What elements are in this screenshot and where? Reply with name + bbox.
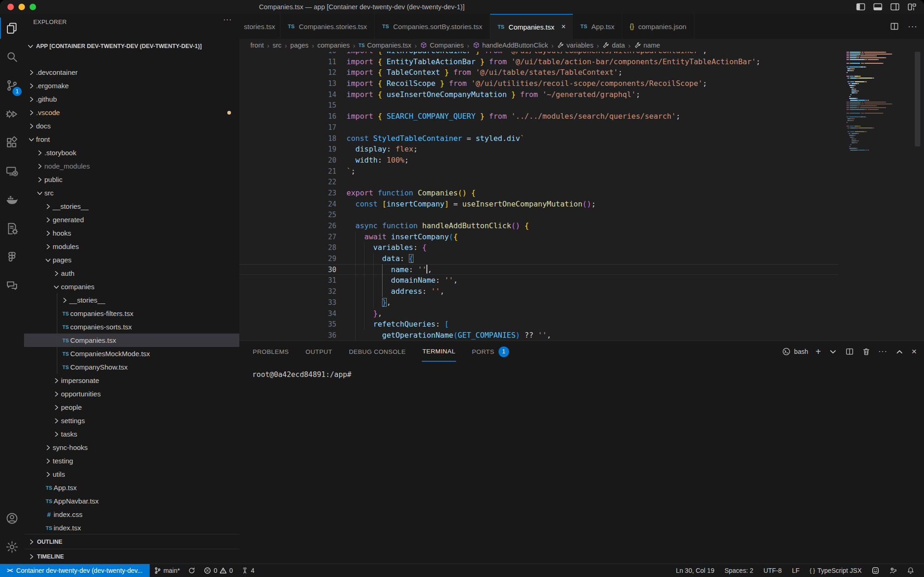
breadcrumb-pages[interactable]: pages [290,42,309,49]
code-line-15[interactable]: 15 [239,100,838,111]
terminal-prompt[interactable]: root@0a42ecd84891:/app# [252,370,352,379]
language-mode[interactable]: { }TypeScript JSX [804,564,867,577]
cursor-position[interactable]: Ln 30, Col 19 [671,564,719,577]
tab-App.tsx[interactable]: TSApp.tsx [573,14,622,39]
panel-tab-output[interactable]: OUTPUT [305,342,333,361]
code-line-23[interactable]: 23export function Companies() { [239,188,838,199]
tree-folder-.github[interactable]: .github [24,92,239,106]
tree-folder-modules[interactable]: modules [24,240,239,253]
code-line-20[interactable]: 20 width: 100%; [239,155,838,166]
code-line-32[interactable]: 32 address: '', [239,286,838,297]
terminal-dropdown-icon[interactable] [828,347,838,356]
timeline-section[interactable]: TIMELINE [24,549,239,564]
tree-folder-sync-hooks[interactable]: sync-hooks [24,441,239,454]
code-line-28[interactable]: 28 variables: { [239,242,838,253]
minimize-window-button[interactable] [18,4,25,10]
code-line-11[interactable]: 11import { EntityTableActionBar } from '… [239,56,838,67]
panel-more-actions-icon[interactable]: ··· [878,347,888,356]
feedback[interactable] [867,564,884,577]
code-line-27[interactable]: 27 await insertCompany({ [239,231,838,243]
tree-folder-people[interactable]: people [24,401,239,414]
tree-folder-auth[interactable]: auth [24,267,239,280]
tree-folder-.vscode[interactable]: .vscode [24,106,239,119]
activitybar-source-control[interactable]: 1 [0,71,24,100]
notifications[interactable] [902,564,919,577]
indentation[interactable]: Spaces: 2 [719,564,758,577]
tree-folder-opportunities[interactable]: opportunities [24,387,239,401]
tree-file-App.tsx[interactable]: TSApp.tsx [24,481,239,494]
close-window-button[interactable] [7,4,14,10]
tree-folder-utils[interactable]: utils [24,468,239,481]
tree-folder-settings[interactable]: settings [24,414,239,427]
code-line-25[interactable]: 25 [239,209,838,220]
code-line-10[interactable]: 10import { WithTopBarContainer } from '@… [239,52,838,56]
outline-section[interactable]: OUTLINE [24,534,239,549]
breadcrumb-handleAddButtonClick[interactable]: handleAddButtonClick [473,42,548,49]
ports-status[interactable]: 4 [237,564,259,577]
maximize-panel-icon[interactable] [895,347,904,356]
tree-folder-hooks[interactable]: hooks [24,226,239,240]
zoom-window-button[interactable] [30,4,36,10]
terminal-shell-selector[interactable]: bash [782,347,808,356]
breadcrumb-data[interactable]: data [602,42,625,49]
breadcrumb-variables[interactable]: variables [557,42,593,49]
branch-status[interactable]: main* [150,564,184,577]
activitybar-container-tools[interactable] [0,214,24,243]
code-line-19[interactable]: 19 display: flex; [239,144,838,155]
tab-Companies.tsx[interactable]: TSCompanies.tsx× [490,14,573,39]
tree-folder-impersonate[interactable]: impersonate [24,374,239,387]
activitybar-settings[interactable] [0,533,24,561]
code-editor[interactable]: 10import { WithTopBarContainer } from '@… [239,52,924,340]
code-line-35[interactable]: 35 refetchQueries: [ [239,319,838,330]
code-line-30[interactable]: 30 name: '', [239,264,838,275]
breadcrumb-name[interactable]: name [634,42,660,49]
tree-file-companies-sorts.tsx[interactable]: TScompanies-sorts.tsx [24,320,239,334]
tab-Companies.stories.tsx[interactable]: TSCompanies.stories.tsx [280,14,375,39]
breadcrumb-Companies.tsx[interactable]: TSCompanies.tsx [359,42,411,49]
tree-folder-public[interactable]: public [24,173,239,186]
panel-tab-ports[interactable]: PORTS1 [472,340,510,363]
code-line-14[interactable]: 14import { useInsertOneCompanyMutation }… [239,89,838,100]
tree-folder-__stories__[interactable]: __stories__ [24,293,239,307]
code-line-24[interactable]: 24 const [insertCompany] = useInsertOneC… [239,199,838,210]
breadcrumb-companies[interactable]: companies [317,42,350,49]
split-editor-icon[interactable] [889,21,900,31]
code-line-22[interactable]: 22 [239,176,838,188]
activitybar-extensions[interactable] [0,128,24,157]
activitybar-run-debug[interactable] [0,100,24,128]
workspace-section-header[interactable]: APP [CONTAINER DEV-TWENTY-DEV (DEV-TWENT… [24,40,239,53]
breadcrumb-front[interactable]: front [250,42,264,49]
tab-companies.json[interactable]: {}companies.json [622,14,694,39]
editor-scrollbar[interactable] [915,52,920,146]
code-line-17[interactable]: 17 [239,122,838,133]
activitybar-comments[interactable] [0,272,24,300]
activitybar-figma[interactable] [0,243,24,272]
close-tab-icon[interactable]: × [561,23,565,31]
activitybar-explorer[interactable] [0,14,24,43]
code-line-13[interactable]: 13import { RecoilScope } from '@/ui/util… [239,78,838,89]
toggle-secondary-sidebar-icon[interactable] [889,1,900,12]
panel-tab-problems[interactable]: PROBLEMS [252,342,289,361]
tree-file-index.tsx[interactable]: TSindex.tsx [24,521,239,534]
activitybar-accounts[interactable] [0,504,24,533]
breadcrumb-src[interactable]: src [273,42,281,49]
breadcrumb-Companies[interactable]: Companies [420,42,463,49]
editor-more-actions-icon[interactable]: ··· [908,22,918,31]
customize-layout-icon[interactable] [906,1,918,12]
tree-file-CompanyShow.tsx[interactable]: TSCompanyShow.tsx [24,360,239,374]
code-line-16[interactable]: 16import { SEARCH_COMPANY_QUERY } from '… [239,111,838,122]
code-line-36[interactable]: 36 getOperationName(GET_COMPANIES) ?? ''… [239,330,838,340]
toggle-panel-icon[interactable] [872,1,883,12]
tab-partial[interactable]: stories.tsx [239,14,280,39]
code-line-12[interactable]: 12import { TableContext } from '@/ui/tab… [239,67,838,78]
encoding[interactable]: UTF-8 [758,564,787,577]
code-line-26[interactable]: 26 async function handleAddButtonClick()… [239,220,838,231]
activitybar-remote-explorer[interactable] [0,157,24,186]
tree-folder-node_modules[interactable]: node_modules [24,159,239,173]
tree-file-index.css[interactable]: #index.css [24,508,239,521]
toggle-sidebar-icon[interactable] [855,1,866,12]
tree-folder-tasks[interactable]: tasks [24,427,239,441]
code-line-29[interactable]: 29 data: { [239,253,838,264]
tree-folder-docs[interactable]: docs [24,119,239,133]
activitybar-docker[interactable] [0,186,24,214]
